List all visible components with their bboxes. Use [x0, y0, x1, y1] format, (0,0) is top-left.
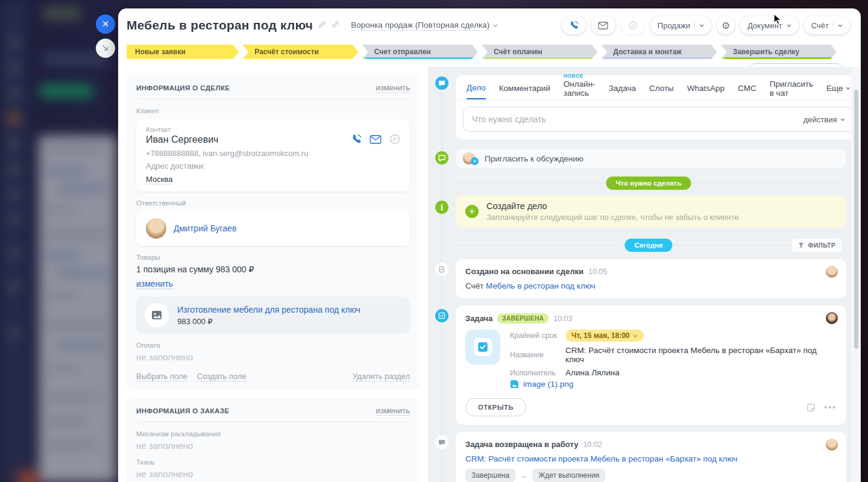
contact-type-label: Контакт [146, 126, 400, 133]
filter-button[interactable]: ФИЛЬТР [792, 239, 841, 252]
invite-discussion-bar[interactable]: + Пригласить к обсуждению [456, 149, 846, 168]
products-summary: 1 позиция на сумму 983 000 ₽ [136, 264, 410, 274]
task-link[interactable]: CRM: Расчёт стоимости проекта Мебель в р… [465, 454, 737, 463]
add-participant-icon: + [471, 157, 479, 165]
plus-icon: + [465, 205, 479, 218]
document-dropdown-button[interactable]: Документ [740, 16, 799, 34]
deadline-label: Крайний срок [510, 331, 565, 340]
field-value: не заполнено [136, 469, 410, 479]
field-value: не заполнено [136, 440, 410, 451]
email-button[interactable] [591, 16, 615, 34]
entry-author-avatar [826, 266, 838, 278]
assignee-link[interactable]: Алина Лялина [565, 368, 620, 377]
timeline-tab-comment[interactable]: Комментарий [499, 77, 550, 99]
timeline-tab-more[interactable]: Еще [826, 77, 851, 99]
edit-title-icon[interactable] [318, 20, 326, 30]
composer-actions-button[interactable]: действия [804, 115, 846, 124]
timeline-tab-task[interactable]: Задача [609, 77, 636, 99]
slider-dock-button[interactable] [96, 39, 115, 58]
entry-title: Задача возвращена в работу [465, 440, 578, 449]
todo-pill-button[interactable]: Что нужно сделать [606, 177, 691, 190]
task-name-label: Название [510, 351, 565, 359]
header-actions: Продажи ⚙ Документ Счёт [562, 16, 850, 34]
stage-new[interactable]: Новые заявки [127, 45, 239, 59]
chevron-down-icon [840, 118, 845, 121]
contact-call-icon[interactable] [351, 134, 362, 145]
settings-button[interactable]: ⚙ [717, 16, 735, 34]
timeline-tab-slots[interactable]: Слоты [649, 77, 674, 99]
select-field-link[interactable]: Выбрать поле [136, 372, 187, 381]
contact-mail-icon[interactable] [370, 135, 382, 144]
deal-info-column: ИНФОРМАЦИЯ О СДЕЛКЕ изменить Клиент Конт… [118, 67, 428, 482]
section-edit-link[interactable]: изменить [376, 83, 410, 93]
deadline-pill[interactable]: Чт, 15 мая, 18:00 [565, 330, 644, 342]
address-label: Адрес доставки: [146, 161, 400, 171]
scrollbar-thumb[interactable] [854, 90, 858, 349]
invoice-link[interactable]: Мебель в ресторан под ключ [486, 281, 595, 290]
funnel-icon [798, 242, 804, 248]
document-created-icon [435, 263, 448, 276]
product-price: 983 000 ₽ [177, 317, 360, 326]
field-label: Ткань [136, 459, 410, 466]
hint-subtitle: Запланируйте следующий шаг по сделке, чт… [486, 213, 739, 222]
task-big-icon [465, 330, 500, 365]
stage-estimate[interactable]: Расчёт стоимости [242, 45, 358, 59]
note-icon[interactable] [807, 403, 816, 412]
create-activity-hint[interactable]: + Создайте дело Запланируйте следующий ш… [456, 195, 846, 228]
invite-discussion-label: Пригласить к обсуждению [485, 154, 583, 163]
sales-dropdown-button[interactable]: Продажи [650, 16, 711, 34]
invoice-dropdown-button[interactable]: Счёт [804, 16, 850, 34]
dock-arrow-icon [101, 44, 110, 52]
product-item: Изготовление мебели для ресторана под кл… [136, 296, 410, 334]
entry-body-prefix: Счёт [465, 281, 483, 290]
timeline-tab-whatsapp[interactable]: WhatsApp [687, 77, 725, 99]
timeline-tab-activity[interactable]: Дело [467, 76, 486, 99]
section-edit-link[interactable]: изменить [376, 406, 410, 416]
chevron-down-icon [838, 24, 843, 27]
task-status-badge: ЗАВЕРШЕНА [497, 313, 549, 324]
entry-author-avatar [826, 312, 838, 324]
mouse-cursor [773, 13, 782, 26]
stage-delivery[interactable]: Доставка и монтаж [601, 45, 717, 59]
create-field-link[interactable]: Создать поле [197, 372, 247, 381]
invoice-dropdown-label: Счёт [811, 21, 829, 30]
delete-section-link[interactable]: Удалить раздел [353, 372, 410, 381]
responsible-card: Дмитрий Бугаев [136, 211, 410, 246]
funnel-selector[interactable]: Воронка продаж (Повторная сделка) [351, 20, 498, 31]
product-name[interactable]: Изготовление мебели для ресторана под кл… [177, 305, 360, 315]
chat-button[interactable] [621, 16, 645, 34]
open-task-button[interactable]: ОТКРЫТЬ [465, 398, 526, 416]
contact-card: Контакт Иван Сергеевич +78888888888, iva… [136, 119, 410, 192]
copy-link-icon[interactable] [332, 20, 339, 30]
task-name-link[interactable]: CRM: Расчёт стоимости проекта Мебель в р… [565, 346, 837, 364]
timeline-tab-invite-chat[interactable]: Пригласить в чат [770, 72, 813, 104]
deal-stage-bar: Новые заявки Расчёт стоимости Счет отпра… [127, 45, 837, 59]
funnel-label: Воронка продаж (Повторная сделка) [351, 20, 489, 31]
stage-invoice-paid[interactable]: Счёт оплачен [482, 45, 597, 59]
products-edit-link[interactable]: изменить [136, 279, 173, 289]
call-button[interactable] [562, 16, 586, 34]
stage-invoice-sent[interactable]: Счет отправлен [362, 45, 478, 59]
responsible-avatar [146, 218, 166, 239]
contact-chat-icon[interactable] [389, 134, 400, 145]
responsible-name[interactable]: Дмитрий Бугаев [174, 224, 236, 233]
entry-time: 10:03 [553, 315, 572, 323]
composer-input[interactable] [472, 114, 797, 124]
contact-name[interactable]: Иван Сергеевич [146, 134, 218, 145]
products-label: Товары [136, 254, 410, 261]
chevron-down-icon [493, 24, 498, 27]
timeline-tab-sms[interactable]: СМС [738, 77, 756, 99]
timeline-entry-task: Задача ЗАВЕРШЕНА 10:03 Кр [428, 305, 846, 425]
stage-close-deal[interactable]: Завершить сделку [721, 45, 837, 59]
address-value[interactable]: Москва [146, 175, 172, 184]
slider-close-button[interactable]: ✕ [96, 14, 115, 34]
status-to-pill: Ждет выполнения [532, 469, 605, 482]
timeline-tab-online-booking[interactable]: НОВОЕ Онлайн-запись [564, 72, 596, 104]
attachment-link[interactable]: image (1).png [523, 380, 573, 389]
timeline-column: Дело Комментарий НОВОЕ Онлайн-запись Зад… [428, 67, 861, 482]
more-actions-icon[interactable]: ••• [824, 402, 837, 412]
scrollbar-track[interactable] [851, 67, 861, 482]
field-label: Механизм раскладывания [136, 430, 410, 437]
order-info-section: ИНФОРМАЦИЯ О ЗАКАЗЕ изменить Механизм ра… [127, 398, 420, 482]
phone-icon [569, 20, 579, 30]
